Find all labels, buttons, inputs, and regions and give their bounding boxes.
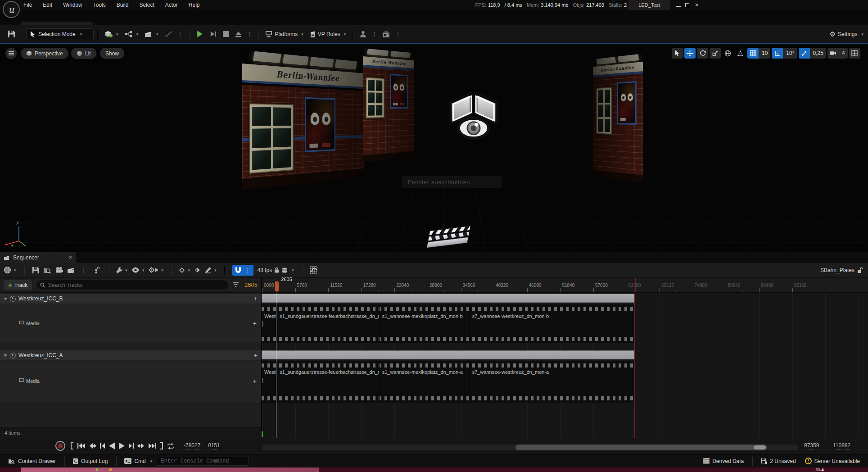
close-icon[interactable]: ✕ xyxy=(694,2,700,8)
menu-item-file[interactable]: File xyxy=(23,2,32,8)
vp-roles-dropdown[interactable]: VP Roles▾ xyxy=(307,28,349,41)
next-frame-button[interactable] xyxy=(128,442,134,450)
scale-snap-icon[interactable] xyxy=(799,48,810,59)
viewport-eye-billboard-icon[interactable] xyxy=(443,89,504,149)
menu-item-actor[interactable]: Actor xyxy=(165,2,178,8)
media-clip[interactable]: s1_sundgauerstrasse-feuerbachstrasse_dn_… xyxy=(276,361,379,403)
keyframe-options-dropdown[interactable]: ▾ xyxy=(179,267,190,273)
view-range-end-field[interactable]: 110882 xyxy=(833,442,850,449)
eject-button[interactable] xyxy=(232,28,245,41)
media-clip[interactable]: Westkr xyxy=(262,361,276,403)
blueprints-dropdown[interactable]: ▾ xyxy=(122,28,142,41)
media-capture-icon[interactable] xyxy=(379,28,393,41)
working-range-start-field[interactable]: 0151 xyxy=(208,442,220,449)
multi-user-icon[interactable] xyxy=(357,28,370,41)
menu-item-help[interactable]: Help xyxy=(189,2,200,8)
timeline-scrollbar-handle[interactable] xyxy=(754,445,766,449)
collapse-arrow-icon[interactable] xyxy=(4,298,7,300)
previous-frame-button[interactable] xyxy=(99,442,105,450)
quad-view-icon[interactable] xyxy=(849,48,860,59)
auto-key-icon[interactable] xyxy=(194,267,201,273)
jump-to-end-button[interactable] xyxy=(148,442,157,450)
collapse-arrow-icon[interactable] xyxy=(4,354,7,357)
media-clip[interactable]: s1_wannsee-mexikoplatz_dn_mon-a xyxy=(379,361,469,403)
playhead-line[interactable] xyxy=(276,293,276,438)
next-key-button[interactable] xyxy=(137,442,145,450)
set-start-bracket-button[interactable] xyxy=(70,442,74,450)
timeline-scrollbar-thumb[interactable] xyxy=(515,445,767,450)
menu-item-window[interactable]: Window xyxy=(63,2,82,8)
rotation-snap-icon[interactable] xyxy=(772,48,783,59)
add-section-icon[interactable]: + xyxy=(254,295,258,302)
settings-dropdown[interactable]: ⚙Settings▾ xyxy=(830,30,863,38)
camera-speed-icon[interactable] xyxy=(827,48,839,59)
derived-data-button[interactable]: Derived Data xyxy=(698,454,748,468)
fps-label[interactable]: 48 fps xyxy=(258,267,272,273)
current-frame-field[interactable]: 2605 xyxy=(242,281,258,288)
jump-to-start-button[interactable] xyxy=(77,442,86,450)
playback-options-dropdown[interactable]: ⚙▾ xyxy=(149,266,163,274)
add-section-icon[interactable]: + xyxy=(254,352,258,359)
world-dropdown[interactable]: ▾ xyxy=(4,266,16,274)
media-clip[interactable]: s1_sundgauerstrasse-feuerbachstrasse_dn_… xyxy=(276,304,379,343)
platforms-dropdown[interactable]: Platforms▾ xyxy=(262,28,307,41)
world-coordinate-icon[interactable] xyxy=(722,48,733,59)
menu-item-select[interactable]: Select xyxy=(139,2,154,8)
unreal-logo-icon[interactable]: u xyxy=(3,1,20,18)
media-clip[interactable]: Westk xyxy=(262,304,276,343)
cmd-dropdown[interactable]: Cmd ▾ xyxy=(120,454,157,468)
save-sequence-button[interactable] xyxy=(32,267,39,274)
section-range-bar-b[interactable] xyxy=(262,294,634,303)
media-clip[interactable]: s7_wannsee-westkreuz_dn_mon-b xyxy=(469,304,634,343)
track-row-westkreuz-icc-a[interactable]: Westkreuz_ICC_A + xyxy=(0,350,261,360)
snap-options-icon[interactable]: ⋮ xyxy=(243,267,252,273)
search-tracks-box[interactable] xyxy=(36,280,229,290)
content-drawer-button[interactable]: Content Drawer xyxy=(4,454,60,468)
frame-skip-button[interactable] xyxy=(207,28,220,41)
timeline-ruler[interactable]: 0000576011520172802304028800345604032046… xyxy=(261,277,868,293)
save-button[interactable] xyxy=(5,28,18,41)
minimize-icon[interactable] xyxy=(676,4,681,7)
add-actor-to-sequencer-button[interactable] xyxy=(92,267,100,274)
add-actor-dropdown[interactable]: ▾ xyxy=(101,28,122,41)
filter-icon[interactable] xyxy=(233,282,239,287)
fps-chevron-icon[interactable]: ▾ xyxy=(292,268,294,272)
perspective-dropdown[interactable]: Perspective xyxy=(21,48,68,59)
curve-editor-button[interactable] xyxy=(310,266,317,274)
scale-tool-icon[interactable] xyxy=(710,48,721,59)
move-tool-icon[interactable] xyxy=(684,48,696,59)
add-media-icon[interactable]: + xyxy=(253,320,257,327)
surface-snap-icon[interactable] xyxy=(735,48,746,59)
previous-key-button[interactable] xyxy=(89,442,96,450)
browse-sequence-button[interactable] xyxy=(43,267,51,274)
tab-sequencer[interactable]: Sequencer × xyxy=(0,252,76,263)
cinematics-dropdown[interactable]: ▾ xyxy=(141,28,162,41)
viewport-menu-button[interactable] xyxy=(5,48,17,59)
rotate-tool-icon[interactable] xyxy=(697,48,708,59)
unsaved-button[interactable]: ✱ 2 Unsaved xyxy=(756,454,800,468)
playhead-pin[interactable] xyxy=(275,281,279,292)
grid-snap-value[interactable]: 10 xyxy=(759,48,770,59)
media-filmstrip-b[interactable]: Westks1_sundgauerstrasse-feuerbachstrass… xyxy=(262,304,634,343)
camera-speed-value[interactable]: 4 xyxy=(839,48,848,59)
play-forward-button[interactable] xyxy=(118,442,125,450)
edit-curves-dropdown[interactable]: ▾ xyxy=(205,267,217,273)
play-reverse-button[interactable] xyxy=(108,442,115,450)
track-row-westkreuz-icc-b[interactable]: Westkreuz_ICC_B + xyxy=(0,294,261,304)
add-track-button[interactable]: +Track xyxy=(4,280,32,290)
rotation-snap-value[interactable]: 10° xyxy=(783,48,797,59)
unlock-icon[interactable] xyxy=(857,267,863,273)
taskbar-app-highlight[interactable] xyxy=(21,467,319,472)
working-range-end-field[interactable]: 97359 xyxy=(804,442,819,449)
menu-item-build[interactable]: Build xyxy=(117,2,129,8)
play-button[interactable] xyxy=(193,28,207,41)
lit-mode-dropdown[interactable]: Lit xyxy=(71,48,96,59)
media-clip[interactable]: s1_wannsee-mexikoplatz_dn_mon-b xyxy=(379,304,469,343)
play-options-icon[interactable]: ⋮ xyxy=(245,31,254,37)
section-range-bar-a[interactable] xyxy=(262,350,634,359)
close-tab-icon[interactable]: × xyxy=(69,254,72,261)
level-viewport[interactable]: Berlin-Wannſee Berlin-Wannſee Berlin-Wan xyxy=(0,43,868,252)
selection-mode-dropdown[interactable]: Selection Mode ▾ xyxy=(26,28,94,40)
settings-wrench-dropdown[interactable]: ▾ xyxy=(116,267,128,274)
stop-button[interactable] xyxy=(220,28,232,41)
